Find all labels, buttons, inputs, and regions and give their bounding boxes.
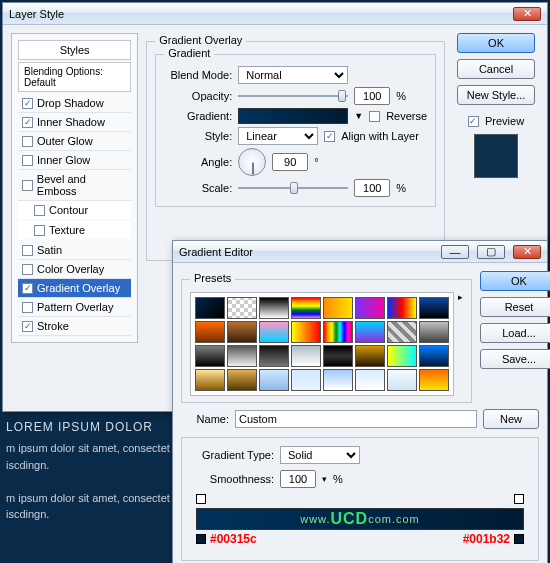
preset-swatch[interactable]	[387, 369, 417, 391]
color-stop-right[interactable]	[514, 534, 524, 544]
new-style-button[interactable]: New Style...	[457, 85, 535, 105]
preset-swatch[interactable]	[227, 297, 257, 319]
reset-button[interactable]: Reset	[480, 297, 550, 317]
preset-swatch[interactable]	[195, 345, 225, 367]
style-stroke[interactable]: Stroke	[18, 317, 131, 336]
preset-swatch[interactable]	[195, 297, 225, 319]
opacity-stop-left[interactable]	[196, 494, 206, 504]
save-button[interactable]: Save...	[480, 349, 550, 369]
preset-swatch[interactable]	[323, 297, 353, 319]
preset-swatch[interactable]	[227, 321, 257, 343]
angle-input[interactable]	[272, 153, 308, 171]
name-input[interactable]	[235, 410, 477, 428]
new-button[interactable]: New	[483, 409, 539, 429]
angle-dial[interactable]	[238, 148, 266, 176]
style-checkbox[interactable]	[22, 98, 33, 109]
preset-swatch[interactable]	[291, 369, 321, 391]
opacity-slider[interactable]	[238, 89, 348, 103]
load-button[interactable]: Load...	[480, 323, 550, 343]
preset-swatch[interactable]	[259, 321, 289, 343]
preset-swatch[interactable]	[355, 345, 385, 367]
style-checkbox[interactable]	[22, 180, 33, 191]
layer-style-titlebar[interactable]: Layer Style ✕	[3, 3, 547, 25]
blending-options-default[interactable]: Blending Options: Default	[18, 62, 131, 92]
opacity-input[interactable]	[354, 87, 390, 105]
preset-swatch[interactable]	[195, 321, 225, 343]
blend-mode-select[interactable]: Normal	[238, 66, 348, 84]
smoothness-dropdown-icon[interactable]: ▾	[322, 474, 327, 484]
style-label: Bevel and Emboss	[37, 173, 127, 197]
style-checkbox[interactable]	[34, 225, 45, 236]
style-checkbox[interactable]	[22, 136, 33, 147]
style-select[interactable]: Linear	[238, 127, 318, 145]
preset-swatch[interactable]	[323, 369, 353, 391]
preset-swatch[interactable]	[323, 345, 353, 367]
preset-swatch[interactable]	[387, 297, 417, 319]
align-checkbox[interactable]	[324, 131, 335, 142]
style-checkbox[interactable]	[34, 205, 45, 216]
style-inner-shadow[interactable]: Inner Shadow	[18, 113, 131, 132]
preset-swatch[interactable]	[355, 369, 385, 391]
style-satin[interactable]: Satin	[18, 241, 131, 260]
presets-menu-icon[interactable]: ▸	[458, 292, 463, 302]
color-stop-left[interactable]	[196, 534, 206, 544]
preset-swatch[interactable]	[387, 345, 417, 367]
smoothness-label: Smoothness:	[190, 473, 274, 485]
preset-swatch[interactable]	[227, 369, 257, 391]
preset-swatch[interactable]	[355, 321, 385, 343]
close-icon[interactable]: ✕	[513, 245, 541, 259]
preset-swatch[interactable]	[419, 345, 449, 367]
preset-swatch[interactable]	[419, 369, 449, 391]
gradient-bar[interactable]: www.UCDcom.com	[196, 508, 524, 530]
style-contour[interactable]: Contour	[18, 201, 131, 219]
preset-swatch[interactable]	[259, 345, 289, 367]
styles-header[interactable]: Styles	[18, 40, 131, 60]
preset-swatch[interactable]	[291, 321, 321, 343]
style-gradient-overlay[interactable]: Gradient Overlay	[18, 279, 131, 298]
blend-mode-label: Blend Mode:	[164, 69, 232, 81]
cancel-button[interactable]: Cancel	[457, 59, 535, 79]
preset-swatch[interactable]	[227, 345, 257, 367]
style-checkbox[interactable]	[22, 283, 33, 294]
style-inner-glow[interactable]: Inner Glow	[18, 151, 131, 170]
smoothness-input[interactable]	[280, 470, 316, 488]
maximize-icon[interactable]: ▢	[477, 245, 505, 259]
style-drop-shadow[interactable]: Drop Shadow	[18, 94, 131, 113]
style-outer-glow[interactable]: Outer Glow	[18, 132, 131, 151]
preset-swatch[interactable]	[419, 297, 449, 319]
preview-checkbox[interactable]	[468, 116, 479, 127]
color-stop-right-value: #001b32	[463, 532, 510, 546]
opacity-stop-right[interactable]	[514, 494, 524, 504]
scale-slider[interactable]	[238, 181, 348, 195]
preset-swatch[interactable]	[259, 369, 289, 391]
gradient-dropdown-icon[interactable]: ▼	[354, 111, 363, 121]
style-checkbox[interactable]	[22, 245, 33, 256]
style-texture[interactable]: Texture	[18, 221, 131, 239]
reverse-checkbox[interactable]	[369, 111, 380, 122]
preset-swatch[interactable]	[195, 369, 225, 391]
minimize-icon[interactable]: —	[441, 245, 469, 259]
preset-swatch[interactable]	[291, 345, 321, 367]
style-pattern-overlay[interactable]: Pattern Overlay	[18, 298, 131, 317]
ok-button[interactable]: OK	[480, 271, 550, 291]
preset-swatch[interactable]	[259, 297, 289, 319]
style-bevel-and-emboss[interactable]: Bevel and Emboss	[18, 170, 131, 201]
preset-swatch[interactable]	[419, 321, 449, 343]
scale-input[interactable]	[354, 179, 390, 197]
percent-label: %	[396, 90, 406, 102]
preset-swatch[interactable]	[355, 297, 385, 319]
preset-swatch[interactable]	[291, 297, 321, 319]
style-checkbox[interactable]	[22, 264, 33, 275]
style-checkbox[interactable]	[22, 321, 33, 332]
preset-swatch[interactable]	[323, 321, 353, 343]
style-color-overlay[interactable]: Color Overlay	[18, 260, 131, 279]
style-checkbox[interactable]	[22, 302, 33, 313]
gradient-swatch[interactable]	[238, 108, 348, 124]
style-checkbox[interactable]	[22, 155, 33, 166]
style-checkbox[interactable]	[22, 117, 33, 128]
preset-swatch[interactable]	[387, 321, 417, 343]
close-icon[interactable]: ✕	[513, 7, 541, 21]
gradient-editor-titlebar[interactable]: Gradient Editor — ▢ ✕	[173, 241, 547, 263]
ok-button[interactable]: OK	[457, 33, 535, 53]
gradient-type-select[interactable]: Solid	[280, 446, 360, 464]
